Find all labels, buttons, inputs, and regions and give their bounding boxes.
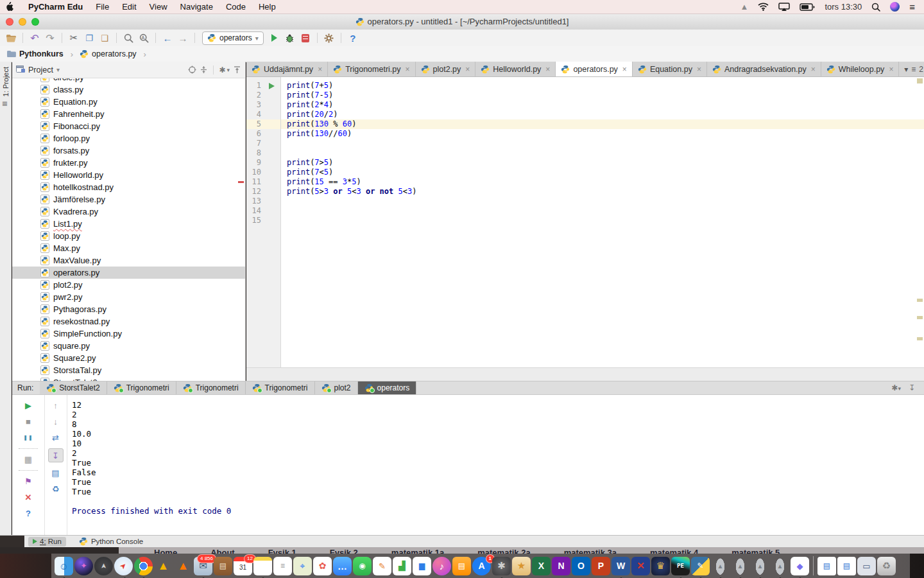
project-file-fahrenheit-py[interactable]: Fahrenheit.py: [12, 108, 245, 120]
menu-navigate[interactable]: Navigate: [174, 2, 219, 12]
dock-notes[interactable]: [253, 557, 272, 575]
dock-keynote[interactable]: ▆: [413, 557, 431, 575]
spotlight-search-icon[interactable]: [871, 3, 880, 12]
hide-panel-icon[interactable]: [233, 66, 241, 74]
minimize-window-button[interactable]: [19, 18, 26, 26]
close-tab-icon[interactable]: ×: [811, 65, 816, 74]
project-file-max-py[interactable]: Max.py: [12, 242, 245, 254]
editor-tab-equation-py[interactable]: Equation.py×: [633, 62, 707, 76]
run-tab-storsttalet2-0[interactable]: StorstTalet2: [40, 381, 107, 394]
dock-idle[interactable]: ✎: [691, 557, 710, 575]
menu-file[interactable]: File: [89, 2, 116, 12]
dock-photo-booth[interactable]: ★: [512, 557, 531, 575]
paste-icon[interactable]: ❑: [98, 31, 112, 44]
dock-itunes[interactable]: ♪: [432, 557, 451, 575]
editor-error-stripe[interactable]: [916, 77, 924, 367]
open-file-icon[interactable]: [4, 31, 18, 44]
close-tab-icon[interactable]: ×: [889, 65, 893, 74]
project-file-forloop-py[interactable]: forloop.py: [12, 132, 245, 144]
console-help-icon[interactable]: ?: [21, 508, 35, 519]
apple-menu-icon[interactable]: [5, 2, 19, 12]
redo-icon[interactable]: ↷: [43, 31, 57, 44]
line-number[interactable]: 12: [246, 187, 280, 197]
editor-tab-trigonometri-py[interactable]: Trigonometri.py×: [328, 62, 415, 76]
editor-tab-uddaj-mnt-py[interactable]: Uddajämnt.py×: [246, 62, 328, 76]
run-tab-plot2-4[interactable]: plot2: [315, 381, 358, 394]
dock-python-launcher-4[interactable]: ▲: [771, 557, 789, 575]
editor-tab-andragradsekvation-py[interactable]: Andragradsekvation.py×: [707, 62, 821, 76]
dock-pages[interactable]: ✎: [373, 557, 391, 575]
rerun-icon[interactable]: ▶: [21, 400, 35, 411]
dock-docx-file-1[interactable]: ▤: [817, 557, 836, 575]
editor-tab-operators-py[interactable]: operators.py×: [556, 62, 633, 76]
dock-facetime[interactable]: ◉: [353, 557, 372, 575]
run-tab-trigonometri-2[interactable]: Trigonometri: [176, 381, 246, 394]
project-file-operators-py[interactable]: operators.py: [12, 267, 245, 279]
project-file-plot2-py[interactable]: plot2.py: [12, 279, 245, 291]
project-stripe-button[interactable]: 1: Project: [2, 67, 10, 96]
help-icon[interactable]: ?: [346, 31, 360, 44]
up-stack-trace-icon[interactable]: ↑: [49, 400, 63, 411]
dock-chrome[interactable]: [134, 557, 153, 575]
dock-ibooks[interactable]: ▤: [452, 557, 471, 575]
editor-gutter[interactable]: 123456789101112131415: [246, 77, 281, 367]
line-number[interactable]: 13: [246, 197, 280, 206]
debug-icon[interactable]: [283, 31, 297, 44]
line-number[interactable]: 15: [246, 216, 280, 225]
navigate-forward-icon[interactable]: →: [176, 31, 190, 44]
project-file-storsttalet2-py[interactable]: StorstTalet2.py: [12, 376, 245, 381]
dock-python-launcher-1[interactable]: ▲: [711, 557, 730, 575]
wifi-icon[interactable]: [758, 3, 769, 11]
editor-body[interactable]: 123456789101112131415 print(7+5)print(7-…: [246, 77, 924, 367]
breadcrumb-item-operators-py[interactable]: operators.py›: [78, 49, 151, 59]
project-file-j-mf-relse-py[interactable]: Jämförelse.py: [12, 193, 245, 206]
dock-system-preferences[interactable]: ✱: [492, 557, 511, 575]
clear-all-icon[interactable]: ♻: [49, 484, 63, 495]
run-settings-gear-icon[interactable]: ✱▾: [891, 383, 901, 392]
restore-layout-icon[interactable]: ▦: [21, 454, 35, 465]
structure-stripe-icon[interactable]: ▦: [2, 100, 11, 107]
dock-safari[interactable]: ➤: [114, 557, 133, 575]
chevron-down-icon[interactable]: ▾: [56, 66, 60, 73]
dock-powerpoint[interactable]: P: [592, 557, 610, 575]
print-icon[interactable]: ▤: [49, 468, 63, 478]
close-tab-icon[interactable]: ×: [465, 65, 470, 74]
siri-icon[interactable]: [890, 2, 900, 12]
run-icon[interactable]: [268, 31, 282, 44]
navigate-back-icon[interactable]: ←: [160, 31, 175, 44]
line-number[interactable]: 9: [246, 158, 280, 168]
python-console-button[interactable]: Python Console: [79, 537, 143, 546]
project-file-simplefunction-py[interactable]: SimpleFunction.py: [12, 328, 245, 340]
dock-launchpad[interactable]: ➤: [94, 557, 113, 575]
replace-icon[interactable]: A: [137, 31, 151, 44]
project-file-forsats-py[interactable]: forsats.py: [12, 144, 245, 157]
google-drive-menu-icon[interactable]: ▲: [740, 2, 749, 12]
project-file-kvadrera-py[interactable]: Kvadrera.py: [12, 206, 245, 218]
line-number[interactable]: 2: [246, 91, 280, 100]
dock-maps[interactable]: ⌖: [293, 557, 312, 575]
breadcrumb-item-pythonkurs[interactable]: Pythonkurs›: [5, 49, 78, 59]
close-tab-icon[interactable]: ×: [406, 65, 410, 74]
settings-icon[interactable]: [322, 31, 336, 44]
line-number[interactable]: 6: [246, 129, 280, 139]
project-file-tree[interactable]: circle.pyclass.pyEquation.pyFahrenheit.p…: [12, 78, 245, 381]
line-number[interactable]: 8: [246, 148, 280, 158]
run-tab-trigonometri-3[interactable]: Trigonometri: [246, 381, 315, 394]
dock-photos[interactable]: ✿: [313, 557, 332, 575]
line-number[interactable]: 14: [246, 206, 280, 216]
dock-trash[interactable]: ♻: [877, 557, 896, 575]
dock-numbers[interactable]: ▟: [393, 557, 411, 575]
tab-list-icon[interactable]: ≡: [911, 65, 916, 74]
editor-tab-whileloop-py[interactable]: Whileloop.py×: [821, 62, 900, 76]
line-number[interactable]: 11: [246, 177, 280, 187]
project-file-frukter-py[interactable]: frukter.py: [12, 157, 245, 169]
line-number[interactable]: 7: [246, 139, 280, 148]
stop-icon[interactable]: ■: [21, 416, 35, 427]
dock-siri[interactable]: ✦: [74, 557, 93, 575]
dock-geogebra[interactable]: ◆: [791, 557, 809, 575]
project-file-square-py[interactable]: square.py: [12, 340, 245, 352]
code-area[interactable]: print(7+5)print(7-5)print(2*4)print(20/2…: [281, 77, 924, 367]
run-tab-trigonometri-1[interactable]: Trigonometri: [107, 381, 176, 394]
dock-calendar[interactable]: 3112: [234, 557, 252, 575]
editor-tab-plot2-py[interactable]: plot2.py×: [416, 62, 476, 76]
